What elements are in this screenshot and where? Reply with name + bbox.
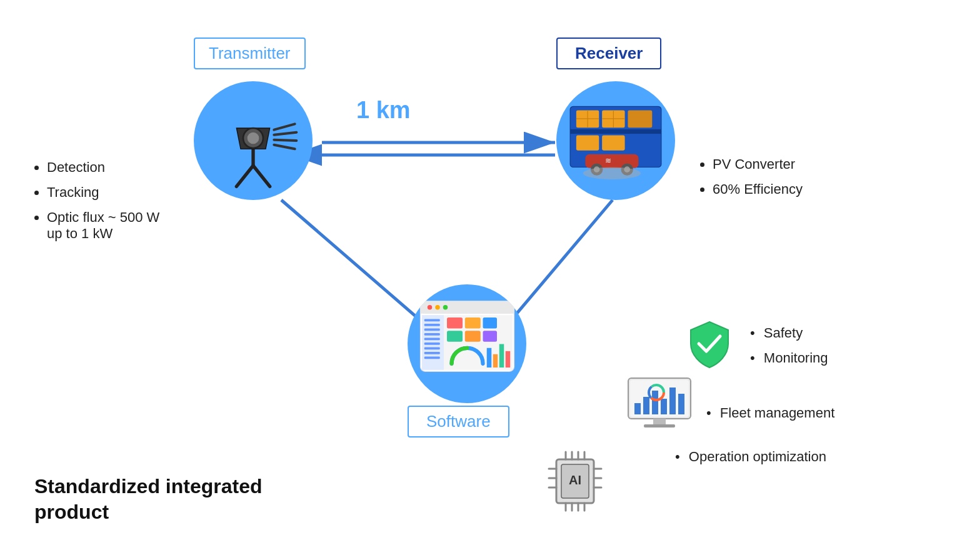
operation-optimization-label: • Operation optimization — [675, 449, 826, 465]
svg-rect-53 — [447, 318, 463, 329]
svg-rect-59 — [486, 348, 491, 367]
svg-rect-48 — [424, 338, 439, 340]
transmitter-label: Transmitter — [209, 44, 291, 62]
svg-rect-55 — [483, 318, 497, 329]
svg-point-35 — [583, 168, 641, 179]
svg-point-40 — [435, 305, 440, 310]
svg-line-15 — [274, 132, 296, 135]
list-item-efficiency: 60% Efficiency — [713, 181, 803, 198]
svg-rect-47 — [424, 333, 439, 336]
ai-chip-icon: AI — [544, 447, 606, 518]
svg-rect-60 — [493, 354, 498, 367]
transmitter-label-box: Transmitter — [194, 38, 306, 69]
receiver-features-list: PV Converter 60% Efficiency — [700, 156, 803, 206]
svg-rect-69 — [652, 391, 658, 414]
svg-rect-44 — [424, 319, 439, 321]
software-label-box: Software — [408, 406, 509, 438]
svg-rect-65 — [653, 419, 666, 425]
svg-rect-68 — [643, 397, 649, 414]
svg-rect-70 — [661, 399, 667, 414]
svg-rect-27 — [576, 136, 599, 151]
svg-point-41 — [443, 305, 448, 310]
svg-line-16 — [274, 140, 296, 141]
fleet-management-label: • Fleet management — [706, 405, 834, 421]
svg-rect-28 — [602, 136, 624, 151]
svg-rect-45 — [424, 324, 439, 326]
list-item-detection: Detection — [47, 159, 159, 176]
receiver-circle: ≋ — [556, 81, 675, 200]
svg-rect-56 — [447, 331, 463, 342]
monitoring-label: Monitoring — [764, 350, 828, 366]
list-item-opticflux: Optic flux ~ 500 Wup to 1 kW — [47, 209, 159, 242]
transmitter-circle — [194, 81, 313, 200]
receiver-label-box: Receiver — [556, 38, 661, 69]
transmitter-features-list: Detection Tracking Optic flux ~ 500 Wup … — [34, 159, 159, 251]
safety-monitoring-list: • Safety • Monitoring — [750, 325, 828, 375]
list-item-pv-converter: PV Converter — [713, 156, 803, 172]
svg-rect-51 — [424, 352, 439, 354]
svg-rect-57 — [464, 331, 480, 342]
software-label: Software — [426, 412, 491, 431]
svg-line-9 — [253, 166, 270, 186]
svg-line-14 — [274, 124, 294, 129]
svg-rect-38 — [420, 307, 514, 313]
safety-label: Safety — [764, 325, 803, 341]
monitor-icon — [625, 375, 694, 434]
svg-rect-62 — [505, 351, 510, 367]
svg-text:≋: ≋ — [605, 156, 611, 165]
svg-rect-71 — [669, 388, 676, 414]
shield-icon — [688, 319, 731, 371]
svg-rect-49 — [424, 342, 439, 345]
distance-label: 1 km — [356, 97, 411, 124]
page-title: Standardized integrated product — [34, 474, 263, 526]
svg-rect-46 — [424, 328, 439, 331]
svg-rect-19 — [570, 129, 661, 134]
software-circle — [408, 284, 526, 403]
svg-rect-50 — [424, 347, 439, 349]
svg-rect-58 — [483, 331, 497, 342]
svg-line-8 — [236, 166, 253, 186]
svg-rect-67 — [634, 403, 641, 414]
svg-line-17 — [274, 145, 294, 149]
receiver-label: Receiver — [575, 44, 643, 62]
svg-rect-52 — [424, 356, 439, 359]
svg-point-39 — [427, 305, 432, 310]
svg-rect-22 — [628, 110, 652, 128]
list-item-tracking: Tracking — [47, 184, 159, 201]
svg-rect-66 — [644, 424, 675, 428]
svg-rect-72 — [678, 394, 684, 414]
svg-rect-54 — [464, 318, 480, 329]
svg-point-13 — [248, 132, 259, 144]
svg-rect-61 — [499, 344, 504, 368]
svg-text:AI: AI — [569, 473, 581, 487]
